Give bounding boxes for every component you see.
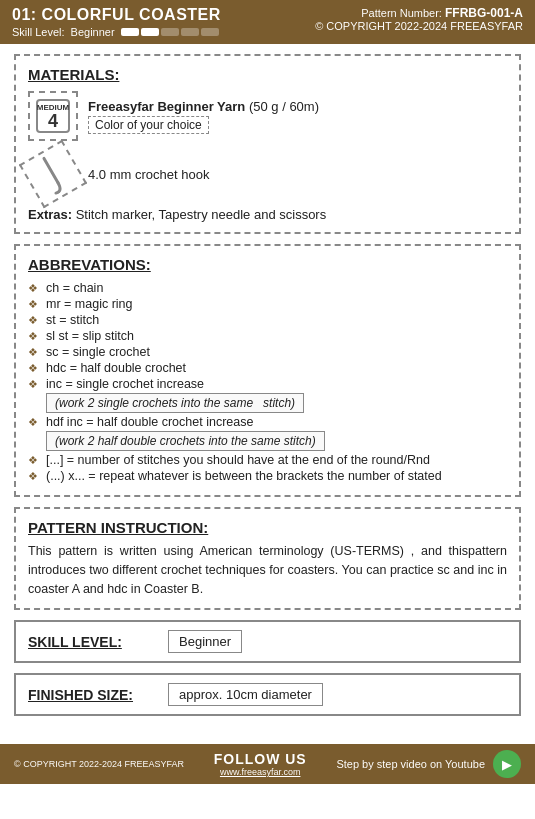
skill-seg-5: [201, 28, 219, 36]
diamond-icon: ❖: [28, 314, 38, 327]
yarn-item: MEDIUM 4 Freeasyfar Beginner Yarn (50 g …: [28, 91, 507, 141]
hook-item: 4.0 mm crochet hook: [28, 149, 507, 199]
page-title: 01: COLORFUL COASTER: [12, 6, 221, 24]
abbrev-hdfinc: ❖ hdf inc = half double crochet increase…: [28, 415, 507, 451]
abbrev-sc-text: sc = single crochet: [46, 345, 150, 359]
abbreviations-section: ABBREVATIONS: ❖ ch = chain ❖ mr = magic …: [14, 244, 521, 497]
diamond-icon: ❖: [28, 378, 38, 391]
diamond-icon: ❖: [28, 470, 38, 483]
diamond-icon: ❖: [28, 346, 38, 359]
abbreviations-list: ❖ ch = chain ❖ mr = magic ring ❖ st = st…: [28, 281, 507, 483]
yarn-name-bold: Freeasyfar Beginner Yarn: [88, 99, 245, 114]
materials-title: MATERIALS:: [28, 66, 507, 83]
diamond-icon: ❖: [28, 330, 38, 343]
footer-right: Step by step video on Youtube ▶: [336, 750, 521, 778]
abbrev-inc: ❖ inc = single crochet increase (work 2 …: [28, 377, 507, 413]
skill-seg-1: [121, 28, 139, 36]
abbrev-sc: ❖ sc = single crochet: [28, 345, 507, 359]
extras-label: Extras:: [28, 207, 72, 222]
materials-section: MATERIALS: MEDIUM 4 Freeasyfar Beginner …: [14, 54, 521, 234]
abbrev-st: ❖ st = stitch: [28, 313, 507, 327]
abbrev-repeat: ❖ (...) x... = repeat whatever is betwee…: [28, 469, 507, 483]
abbrev-mr-text: mr = magic ring: [46, 297, 132, 311]
pattern-instruction-section: PATTERN INSTRUCTION: This pattern is wri…: [14, 507, 521, 610]
skill-level-value: Beginner: [168, 630, 242, 653]
main-content: MATERIALS: MEDIUM 4 Freeasyfar Beginner …: [0, 44, 535, 736]
abbrev-inc-text: inc = single crochet increase: [46, 377, 204, 391]
skill-bar: [121, 28, 219, 36]
yarn-icon: MEDIUM 4: [28, 91, 78, 141]
header-copyright: © COPYRIGHT 2022-2024 FREEASYFAR: [315, 20, 523, 32]
skill-level-label: SKILL LEVEL:: [28, 634, 168, 650]
skill-seg-2: [141, 28, 159, 36]
skill-level-header: Skill Level: Beginner: [12, 26, 221, 38]
diamond-icon: ❖: [28, 282, 38, 295]
abbrev-hdc-text: hdc = half double crochet: [46, 361, 186, 375]
follow-title: FOLLOW US: [214, 751, 307, 767]
abbrev-inc-note: (work 2 single crochets into the same st…: [46, 393, 304, 413]
finished-size-label: FINISHED SIZE:: [28, 687, 168, 703]
finished-size-value: approx. 10cm diameter: [168, 683, 323, 706]
header-left: 01: COLORFUL COASTER Skill Level: Beginn…: [12, 6, 221, 38]
abbrev-hdc: ❖ hdc = half double crochet: [28, 361, 507, 375]
abbrev-hdfinc-note: (work 2 half double crochets into the sa…: [46, 431, 325, 451]
abbrev-ch-text: ch = chain: [46, 281, 103, 295]
abbrev-hdfinc-text: hdf inc = half double crochet increase: [46, 415, 253, 429]
abbrev-slst: ❖ sl st = slip stitch: [28, 329, 507, 343]
page-header: 01: COLORFUL COASTER Skill Level: Beginn…: [0, 0, 535, 44]
skill-level-row: SKILL LEVEL: Beginner: [14, 620, 521, 663]
abbrev-brackets: ❖ [...] = number of stitches you should …: [28, 453, 507, 467]
svg-line-0: [44, 158, 58, 182]
page-footer: © COPYRIGHT 2022-2024 FREEASYFAR FOLLOW …: [0, 744, 535, 784]
hook-size: 4.0 mm crochet hook: [88, 167, 209, 182]
abbrev-ch: ❖ ch = chain: [28, 281, 507, 295]
pattern-instruction-title: PATTERN INSTRUCTION:: [28, 519, 507, 536]
abbrev-repeat-text: (...) x... = repeat whatever is between …: [46, 469, 442, 483]
yarn-name: Freeasyfar Beginner Yarn (50 g / 60m): [88, 99, 319, 114]
finished-size-row: FINISHED SIZE: approx. 10cm diameter: [14, 673, 521, 716]
abbreviations-title: ABBREVATIONS:: [28, 256, 507, 273]
header-right: Pattern Number: FFRBG-001-A © COPYRIGHT …: [315, 6, 523, 32]
pattern-num-label-text: Pattern Number:: [361, 7, 442, 19]
skill-label: Skill Level:: [12, 26, 65, 38]
yarn-color: Color of your choice: [88, 116, 209, 134]
video-text: Step by step video on Youtube: [336, 758, 485, 770]
diamond-icon: ❖: [28, 416, 38, 429]
diamond-icon: ❖: [28, 454, 38, 467]
abbrev-mr: ❖ mr = magic ring: [28, 297, 507, 311]
hook-icon: [19, 140, 87, 208]
yarn-text: Freeasyfar Beginner Yarn (50 g / 60m) Co…: [88, 99, 319, 134]
extras-line: Extras: Stitch marker, Tapestry needle a…: [28, 207, 507, 222]
skill-seg-4: [181, 28, 199, 36]
abbrev-brackets-text: [...] = number of stitches you should ha…: [46, 453, 430, 467]
abbrev-st-text: st = stitch: [46, 313, 99, 327]
pattern-num-value: FFRBG-001-A: [445, 6, 523, 20]
footer-copyright: © COPYRIGHT 2022-2024 FREEASYFAR: [14, 759, 184, 769]
pattern-number-label: Pattern Number: FFRBG-001-A: [315, 6, 523, 20]
skill-value: Beginner: [71, 26, 115, 38]
hook-text: 4.0 mm crochet hook: [88, 167, 209, 182]
extras-text: Stitch marker, Tapestry needle and sciss…: [76, 207, 327, 222]
pattern-instruction-text: This pattern is written using American t…: [28, 542, 507, 598]
abbrev-slst-text: sl st = slip stitch: [46, 329, 134, 343]
footer-follow: FOLLOW US www.freeasyfar.com: [214, 751, 307, 777]
yarn-icon-inner: MEDIUM 4: [36, 99, 70, 133]
hook-svg: [30, 149, 76, 199]
skill-seg-3: [161, 28, 179, 36]
diamond-icon: ❖: [28, 362, 38, 375]
diamond-icon: ❖: [28, 298, 38, 311]
play-button[interactable]: ▶: [493, 750, 521, 778]
yarn-name-rest: (50 g / 60m): [245, 99, 319, 114]
yarn-number: 4: [48, 112, 58, 130]
follow-url: www.freeasyfar.com: [214, 767, 307, 777]
